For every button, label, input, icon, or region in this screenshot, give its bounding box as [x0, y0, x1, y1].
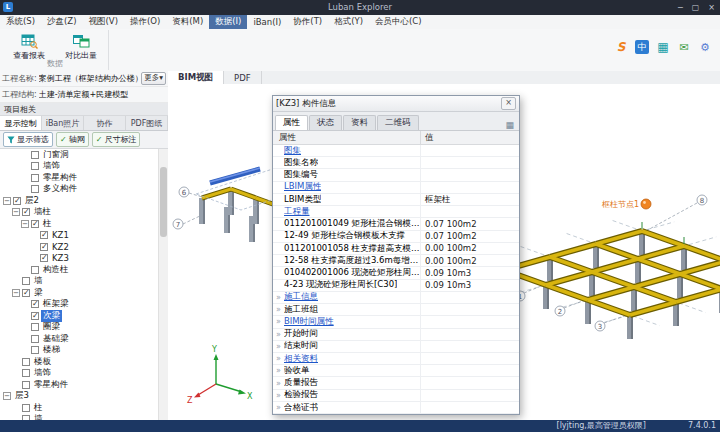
dialog-tab-3[interactable]: 资料 [343, 115, 376, 130]
property-row-5[interactable]: LBIM类型框架柱 [273, 194, 519, 206]
menu-item-10[interactable]: 会员中心(C) [369, 15, 428, 29]
menu-item-6[interactable]: 数据(I) [209, 15, 247, 29]
tree-scrollbar[interactable] [158, 149, 168, 420]
property-row-20[interactable]: »质量报告 [273, 377, 519, 389]
tree-item-22[interactable]: −层3 [0, 391, 159, 403]
menu-item-1[interactable]: 系统(S) [0, 15, 41, 29]
tree-item-1[interactable]: 门窗洞 [0, 149, 159, 161]
tree-item-23[interactable]: 柱 [0, 402, 159, 414]
highlight-node[interactable] [641, 199, 651, 209]
property-row-3[interactable]: 图集编号 [273, 169, 519, 181]
tree-item-13[interactable]: −梁 [0, 287, 159, 299]
column-header-value[interactable]: 值 [421, 131, 519, 144]
property-row-13[interactable]: »施工信息 [273, 292, 519, 304]
tree-checkbox[interactable] [22, 208, 30, 216]
bim-canvas[interactable]: 6 7 1 2 3 8 框柱节点1 [168, 84, 720, 420]
tree-item-7[interactable]: −柱 [0, 218, 159, 230]
tree-checkbox[interactable] [31, 162, 39, 170]
tree-checkbox[interactable] [31, 323, 39, 331]
collapse-icon[interactable]: − [12, 289, 20, 297]
collapse-icon[interactable]: − [21, 220, 29, 228]
tree-checkbox[interactable] [40, 231, 48, 239]
tree-checkbox[interactable] [31, 346, 39, 354]
tree-item-3[interactable]: 零星构件 [0, 172, 159, 184]
tree-item-15[interactable]: 次梁 [0, 310, 159, 322]
menu-item-5[interactable]: 资料(M) [166, 15, 209, 29]
tree-item-6[interactable]: −墙柱 [0, 207, 159, 219]
collapse-icon[interactable]: − [12, 208, 20, 216]
tree-checkbox[interactable] [31, 185, 39, 193]
collapse-icon[interactable]: − [3, 392, 11, 400]
tree-checkbox[interactable] [22, 277, 30, 285]
tree-item-17[interactable]: 基础梁 [0, 333, 159, 345]
property-row-15[interactable]: »BIM时间属性 [273, 316, 519, 328]
viewport-tab-1[interactable]: BIM视图 [168, 71, 224, 84]
menu-item-4[interactable]: 操作(O) [124, 15, 166, 29]
property-row-10[interactable]: 12-58 柱支撑高度超过3.6m每增加1…0.00 100m2 [273, 255, 519, 267]
sidebar-tab-3[interactable]: 协作 [84, 116, 126, 130]
tree-item-20[interactable]: 墙饰 [0, 368, 159, 380]
property-row-7[interactable]: 011201001049 矩形柱混合钢模板…0.07 100m2 [273, 218, 519, 230]
calculator-icon[interactable]: ▦ [656, 40, 670, 54]
toggle-1[interactable]: ✓轴网 [56, 132, 89, 147]
sidebar-tab-1[interactable]: 显示控制 [0, 116, 42, 130]
dialog-tab-4[interactable]: 二维码 [377, 115, 419, 130]
settings-icon[interactable]: ⚙ [698, 40, 712, 54]
property-row-17[interactable]: »结束时间 [273, 341, 519, 353]
collapse-icon[interactable]: − [3, 197, 11, 205]
menu-item-7[interactable]: iBan(I) [247, 15, 287, 29]
tree-checkbox[interactable] [22, 381, 30, 389]
property-row-1[interactable]: 图集 [273, 145, 519, 157]
property-row-22[interactable]: »合格证书 [273, 402, 519, 414]
language-icon[interactable]: 中 [635, 40, 649, 54]
tree-checkbox[interactable] [40, 243, 48, 251]
dialog-tab-2[interactable]: 状态 [309, 115, 342, 130]
dialog-title-bar[interactable]: [KZ3] 构件信息 × [273, 96, 519, 112]
property-row-6[interactable]: 工程量 [273, 206, 519, 218]
tree-item-5[interactable]: −层2 [0, 195, 159, 207]
dialog-tab-1[interactable]: 属性 [275, 115, 308, 130]
project-related-header[interactable]: 项目相关 [0, 103, 168, 116]
more-button[interactable]: 更多▾ [141, 72, 166, 85]
maximize-button[interactable]: ▢ [692, 3, 700, 12]
dialog-close-button[interactable]: × [501, 97, 516, 110]
tree-item-10[interactable]: KZ3 [0, 253, 159, 265]
tree-item-2[interactable]: 墙饰 [0, 161, 159, 173]
property-row-18[interactable]: »相关资料 [273, 353, 519, 365]
property-row-14[interactable]: »施工班组 [273, 304, 519, 316]
mail-icon[interactable]: ✉ [677, 40, 691, 54]
menu-item-9[interactable]: 格式(Y) [328, 15, 369, 29]
property-row-16[interactable]: »开始时间 [273, 329, 519, 341]
luban-logo-icon[interactable]: S [614, 40, 628, 54]
sidebar-tab-4[interactable]: PDF图纸 [126, 116, 168, 130]
tree-checkbox[interactable] [31, 266, 39, 274]
property-row-12[interactable]: 4-23 现浇砼矩形柱周长[C30]0.09 10m3 [273, 280, 519, 292]
sidebar-tab-2[interactable]: iBan照片 [42, 116, 84, 130]
tree-item-14[interactable]: 框架梁 [0, 299, 159, 311]
close-button[interactable]: × [708, 3, 715, 12]
tree-checkbox[interactable] [40, 254, 48, 262]
tree-checkbox[interactable] [22, 289, 30, 297]
menu-item-2[interactable]: 沙盘(Z) [41, 15, 82, 29]
tree-item-9[interactable]: KZ2 [0, 241, 159, 253]
tree-item-11[interactable]: 构造柱 [0, 264, 159, 276]
tree-item-4[interactable]: 多义构件 [0, 184, 159, 196]
menu-item-3[interactable]: 视图(V) [83, 15, 124, 29]
property-row-4[interactable]: LBIM属性 [273, 182, 519, 194]
tree-checkbox[interactable] [31, 151, 39, 159]
minimize-button[interactable]: ─ [678, 3, 683, 12]
viewport-tab-2[interactable]: PDF [224, 71, 262, 84]
property-row-2[interactable]: 图集名称 [273, 157, 519, 169]
tree-checkbox[interactable] [31, 220, 39, 228]
tree-checkbox[interactable] [13, 197, 21, 205]
property-row-11[interactable]: 010402001006 现浇砼矩形柱周长C…0.09 10m3 [273, 267, 519, 279]
property-row-9[interactable]: 011201001058 柱支撑超高支模板技术支撑0.00 100m2 [273, 243, 519, 255]
property-row-19[interactable]: »验收单 [273, 365, 519, 377]
tree-item-8[interactable]: KZ1 [0, 230, 159, 242]
tree-item-18[interactable]: 楼梯 [0, 345, 159, 357]
tree-checkbox[interactable] [22, 369, 30, 377]
tree-checkbox[interactable] [31, 335, 39, 343]
display-filter-button[interactable]: 显示筛选 [3, 132, 53, 147]
tree-scrollbar-thumb[interactable] [160, 167, 167, 237]
toggle-2[interactable]: ✓尺寸标注 [92, 132, 141, 147]
